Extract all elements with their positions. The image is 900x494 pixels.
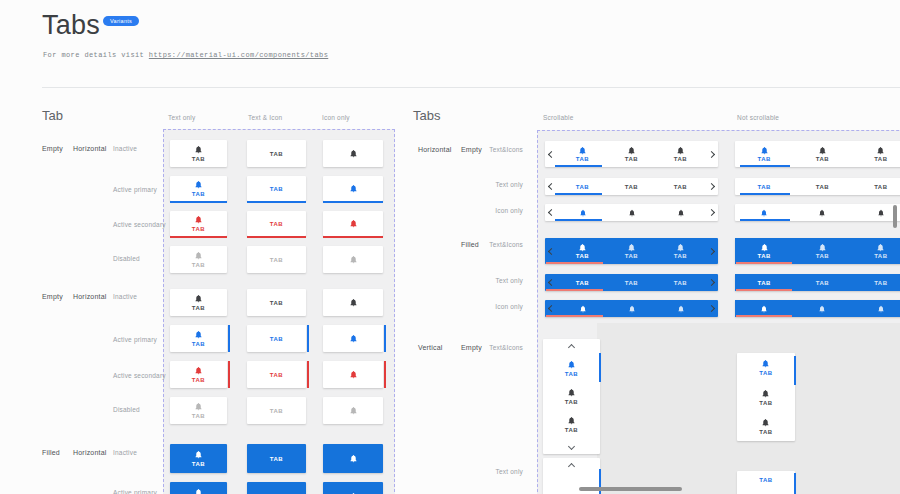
tab-indicator — [228, 361, 230, 388]
tab-item[interactable] — [656, 204, 705, 221]
tab-item[interactable]: TAB — [793, 178, 851, 195]
tab-cell[interactable]: TAB — [247, 482, 306, 494]
tab-item[interactable]: TAB — [607, 141, 656, 167]
tab-item[interactable]: TAB — [656, 274, 705, 291]
active-tab-indicator — [740, 219, 790, 221]
tab-item[interactable] — [656, 300, 705, 317]
column-header: Not scrollable — [737, 114, 779, 121]
horizontal-scrollbar-thumb[interactable] — [579, 487, 682, 491]
chevron-left-icon[interactable] — [545, 238, 558, 264]
tab-cell[interactable]: TAB — [170, 361, 227, 388]
tab-item[interactable] — [793, 300, 851, 317]
tab-cell[interactable] — [323, 361, 383, 388]
tab-label: TAB — [192, 262, 205, 268]
row-label: Icon only — [445, 303, 523, 310]
tab-cell[interactable]: TAB — [247, 397, 306, 424]
docs-link[interactable]: https://material-ui.com/components/tabs — [149, 51, 328, 59]
tab-label: TAB — [192, 413, 205, 419]
tab-cell[interactable] — [323, 444, 383, 473]
tab-item[interactable]: TAB — [852, 238, 900, 264]
tab-cell[interactable]: TAB — [170, 211, 227, 236]
tab-label: TAB — [625, 280, 638, 286]
tab-cell[interactable]: TAB — [170, 289, 227, 316]
tab-cell[interactable]: TAB — [170, 140, 227, 167]
chevron-right-icon[interactable] — [705, 178, 718, 195]
bell-icon — [349, 334, 358, 343]
tab-item[interactable]: TAB — [558, 238, 607, 264]
tab-item[interactable]: TAB — [759, 386, 772, 409]
tab-cell[interactable]: TAB — [170, 444, 227, 473]
tab-item[interactable]: TAB — [607, 274, 656, 291]
tab-cell[interactable]: TAB — [247, 444, 306, 473]
tab-item[interactable] — [852, 300, 900, 317]
chevron-right-icon[interactable] — [705, 204, 718, 221]
tab-item[interactable]: TAB — [656, 178, 705, 195]
tab-item[interactable]: TAB — [735, 141, 793, 167]
tab-label: TAB — [759, 429, 772, 435]
tab-item[interactable]: TAB — [565, 357, 578, 380]
tab-item[interactable]: TAB — [607, 178, 656, 195]
tab-item[interactable]: TAB — [759, 356, 772, 379]
bell-icon — [818, 209, 826, 217]
tab-label: TAB — [625, 156, 638, 162]
tab-item[interactable]: TAB — [793, 274, 851, 291]
vertical-scrollbar-thumb[interactable] — [893, 205, 897, 228]
bell-icon — [349, 298, 358, 307]
tab-cell[interactable]: TAB — [170, 482, 227, 494]
tab-cell[interactable]: TAB — [247, 289, 306, 316]
tab-label: TAB — [874, 280, 887, 286]
tab-item[interactable]: TAB — [656, 141, 705, 167]
tab-item[interactable]: TAB — [852, 141, 900, 167]
tab-cell[interactable] — [323, 176, 383, 201]
tab-cell[interactable] — [323, 397, 383, 424]
tab-item[interactable]: TAB — [759, 415, 772, 438]
tab-cell[interactable]: TAB — [170, 246, 227, 273]
bell-icon — [349, 454, 358, 463]
tab-item[interactable] — [607, 204, 656, 221]
tab-cell[interactable]: TAB — [247, 176, 306, 201]
tab-cell[interactable]: TAB — [170, 325, 227, 352]
group-orientation-label: Horizontal — [73, 145, 107, 152]
tab-cell[interactable]: TAB — [247, 140, 306, 167]
tab-item[interactable]: TAB — [793, 238, 851, 264]
tab-cell[interactable]: TAB — [247, 246, 306, 273]
chevron-up-icon[interactable] — [569, 461, 574, 471]
chevron-right-icon[interactable] — [705, 300, 718, 317]
tab-cell[interactable] — [323, 246, 383, 273]
row-label: Icon only — [445, 207, 523, 214]
tab-item[interactable]: TAB — [759, 474, 772, 486]
tab-item[interactable]: TAB — [558, 141, 607, 167]
chevron-right-icon[interactable] — [705, 238, 718, 264]
chevron-left-icon[interactable] — [545, 141, 558, 167]
tab-cell[interactable]: TAB — [170, 397, 227, 424]
tab-item[interactable]: TAB — [607, 238, 656, 264]
tab-item[interactable] — [793, 204, 851, 221]
tab-item[interactable]: TAB — [735, 238, 793, 264]
tab-cell[interactable]: TAB — [247, 211, 306, 236]
tab-cell[interactable]: TAB — [247, 325, 306, 352]
tab-label: TAB — [192, 461, 205, 467]
tab-cell[interactable]: TAB — [247, 361, 306, 388]
tab-cell[interactable] — [323, 325, 383, 352]
chevron-right-icon[interactable] — [705, 141, 718, 167]
tab-cell[interactable] — [323, 482, 383, 494]
tab-cell[interactable] — [323, 140, 383, 167]
tab-item[interactable]: TAB — [793, 141, 851, 167]
tab-cell[interactable] — [323, 211, 383, 236]
bell-icon — [818, 305, 826, 313]
tab-item[interactable]: TAB — [565, 413, 578, 436]
tab-bar — [735, 300, 900, 317]
tab-cell[interactable] — [323, 289, 383, 316]
chevron-up-icon[interactable] — [569, 342, 574, 352]
tab-cell[interactable]: TAB — [170, 176, 227, 201]
tab-item[interactable]: TAB — [656, 238, 705, 264]
chevron-down-icon[interactable] — [569, 441, 574, 451]
tab-item[interactable] — [607, 300, 656, 317]
tab-item[interactable]: TAB — [565, 385, 578, 408]
tab-bar: TABTABTAB — [735, 238, 900, 264]
tab-item[interactable]: TAB — [852, 178, 900, 195]
bell-icon — [349, 255, 358, 264]
bell-icon — [194, 488, 203, 494]
chevron-right-icon[interactable] — [705, 274, 718, 291]
tab-item[interactable]: TAB — [852, 274, 900, 291]
